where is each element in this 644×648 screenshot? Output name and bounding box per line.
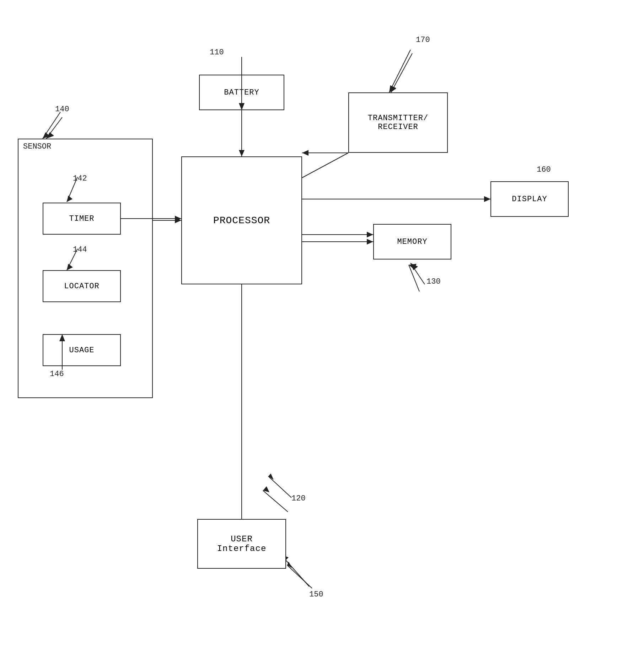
- display-box: DISPLAY: [490, 181, 569, 217]
- svg-marker-18: [46, 132, 54, 139]
- ref-130: 130: [426, 277, 441, 286]
- memory-box: MEMORY: [373, 224, 451, 259]
- svg-marker-59: [268, 473, 274, 480]
- svg-marker-30: [239, 150, 245, 156]
- processor-box: PROCESSOR: [181, 156, 302, 284]
- svg-marker-16: [390, 85, 396, 92]
- ref-110: 110: [210, 48, 224, 57]
- timer-box: TIMER: [43, 203, 121, 235]
- battery-label: BATTERY: [224, 88, 259, 97]
- ref-120: 120: [291, 494, 306, 503]
- svg-line-15: [391, 53, 412, 92]
- svg-line-56: [410, 263, 425, 284]
- diagram: BATTERY TRANSMITTER/RECEIVER PROCESSOR M…: [0, 0, 644, 648]
- svg-line-60: [287, 565, 312, 588]
- svg-marker-36: [484, 196, 490, 202]
- ref-144: 144: [73, 245, 87, 254]
- svg-marker-57: [410, 263, 418, 270]
- svg-marker-25: [484, 196, 490, 202]
- svg-marker-38: [367, 232, 373, 237]
- user-interface-label: USERInterface: [217, 534, 267, 553]
- svg-marker-47: [43, 132, 50, 139]
- locator-box: LOCATOR: [43, 270, 121, 302]
- timer-label: TIMER: [69, 214, 94, 223]
- ref-146: 146: [50, 370, 64, 379]
- transmitter-box: TRANSMITTER/RECEIVER: [348, 92, 448, 153]
- svg-marker-26: [367, 239, 373, 245]
- ref-150: 150: [309, 590, 323, 599]
- transmitter-label: TRANSMITTER/RECEIVER: [368, 114, 428, 132]
- usage-box: USAGE: [43, 334, 121, 366]
- svg-marker-12: [409, 264, 417, 269]
- svg-line-9: [263, 491, 288, 512]
- svg-marker-45: [389, 85, 396, 92]
- svg-line-44: [389, 50, 410, 92]
- usage-label: USAGE: [69, 346, 94, 355]
- svg-line-58: [268, 476, 291, 498]
- svg-marker-27: [175, 218, 181, 223]
- svg-marker-32: [175, 216, 181, 221]
- processor-label: PROCESSOR: [213, 215, 270, 226]
- svg-line-11: [409, 265, 419, 291]
- battery-box: BATTERY: [199, 75, 284, 110]
- svg-line-46: [43, 112, 60, 139]
- svg-line-17: [46, 117, 62, 139]
- locator-label: LOCATOR: [64, 282, 99, 291]
- sensor-text-label: SENSOR: [23, 142, 51, 151]
- display-label: DISPLAY: [512, 195, 547, 204]
- user-interface-box: USERInterface: [197, 519, 286, 569]
- svg-line-34: [302, 153, 348, 178]
- svg-marker-61: [287, 562, 292, 568]
- ref-140: 140: [55, 105, 69, 114]
- svg-marker-28: [302, 150, 308, 156]
- ref-142: 142: [73, 174, 87, 183]
- svg-marker-10: [263, 486, 269, 492]
- memory-label: MEMORY: [397, 237, 427, 246]
- ref-170: 170: [416, 36, 430, 44]
- ref-160: 160: [537, 165, 551, 174]
